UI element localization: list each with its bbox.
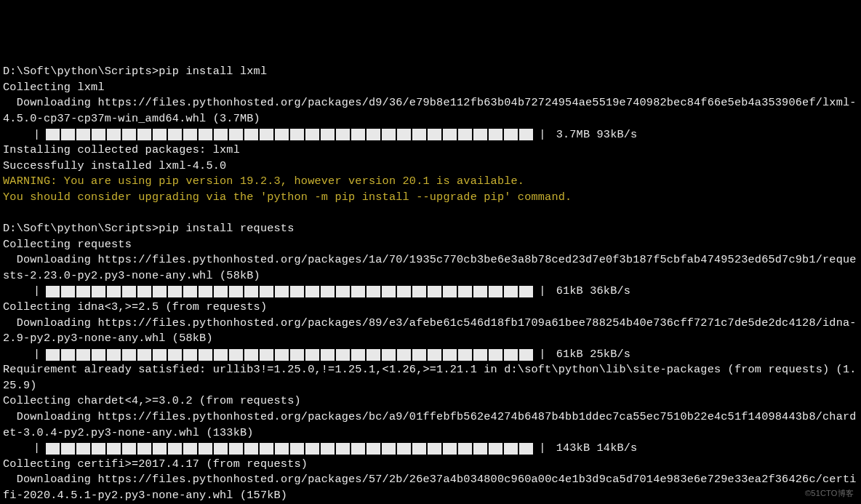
progress-delim-right: | <box>537 127 547 143</box>
progress-delim-left: | <box>32 284 41 300</box>
progress-stat: 61kB 25kB/s <box>552 347 630 363</box>
progress-stat: 143kB 14kB/s <box>552 441 638 457</box>
progress-delim-right: | <box>537 284 547 300</box>
progress-segments <box>46 349 533 361</box>
terminal-line: D:\Soft\python\Scripts>pip install lxml <box>3 64 858 80</box>
terminal-line: Successfully installed lxml-4.5.0 <box>3 159 858 175</box>
terminal-warning-line: You should consider upgrading via the 'p… <box>3 190 858 206</box>
progress-delim-right: | <box>537 441 547 457</box>
terminal-output: D:\Soft\python\Scripts>pip install lxmlC… <box>3 64 858 504</box>
terminal-line: Collecting idna<3,>=2.5 (from requests) <box>3 300 858 316</box>
terminal-line: Downloading https://files.pythonhosted.o… <box>3 409 858 441</box>
watermark: ©51CTO博客 <box>805 488 854 500</box>
terminal-line: Downloading https://files.pythonhosted.o… <box>3 316 858 347</box>
terminal-line: Installing collected packages: lxml <box>3 143 858 159</box>
progress-bar: ||61kB 25kB/s <box>3 347 858 363</box>
terminal-line: Downloading https://files.pythonhosted.o… <box>3 95 858 127</box>
terminal-line: Collecting certifi>=2017.4.17 (from requ… <box>3 457 858 473</box>
progress-bar: ||143kB 14kB/s <box>3 441 858 457</box>
terminal-line <box>3 206 858 222</box>
terminal-line: Downloading https://files.pythonhosted.o… <box>3 252 858 284</box>
terminal-line: D:\Soft\python\Scripts>pip install reque… <box>3 221 858 237</box>
terminal-line: Collecting requests <box>3 237 858 253</box>
terminal-line: Collecting lxml <box>3 80 858 96</box>
terminal-line: Requirement already satisfied: urllib3!=… <box>3 362 858 393</box>
progress-stat: 3.7MB 93kB/s <box>552 127 638 143</box>
progress-bar: ||61kB 36kB/s <box>3 284 858 300</box>
progress-delim-right: | <box>537 347 547 363</box>
progress-segments <box>46 443 533 455</box>
terminal-line: Downloading https://files.pythonhosted.o… <box>3 472 858 503</box>
progress-segments <box>46 129 533 140</box>
progress-delim-left: | <box>32 127 41 143</box>
progress-delim-left: | <box>32 441 41 457</box>
progress-stat: 61kB 36kB/s <box>552 284 630 300</box>
terminal-line: Collecting chardet<4,>=3.0.2 (from reque… <box>3 393 858 409</box>
progress-bar: ||3.7MB 93kB/s <box>3 127 858 143</box>
progress-delim-left: | <box>32 347 41 363</box>
terminal-warning-line: WARNING: You are using pip version 19.2.… <box>3 174 858 190</box>
progress-segments <box>46 286 533 297</box>
